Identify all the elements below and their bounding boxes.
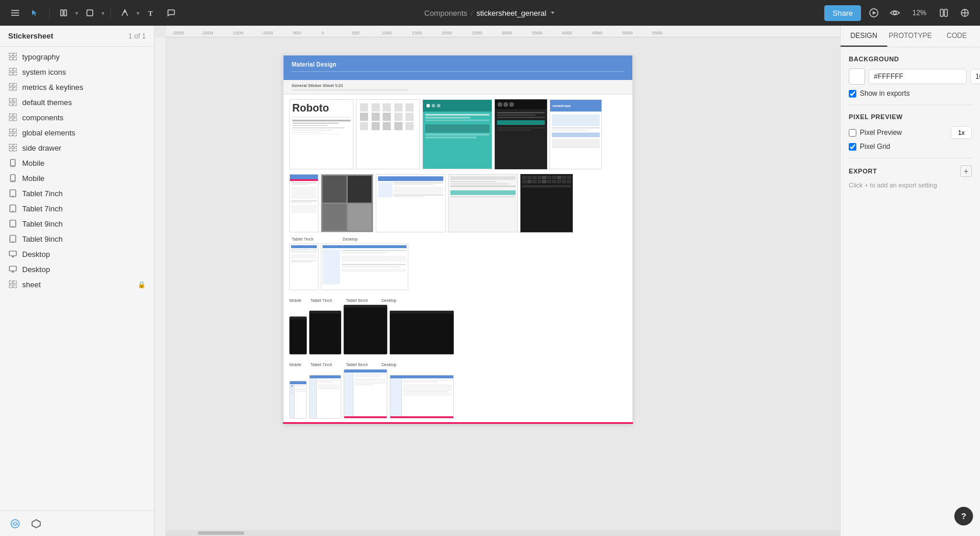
lock-icon: 🔒 — [138, 281, 146, 288]
plugins-icon[interactable] — [29, 517, 43, 531]
layer-item-typography[interactable]: typography — [0, 49, 154, 64]
layer-item-metrics-keylines[interactable]: metrics & keylines — [0, 79, 154, 95]
library-icon[interactable] — [936, 5, 952, 21]
toolbar-divider-1 — [49, 7, 50, 19]
breadcrumb-chevron[interactable] — [550, 10, 556, 16]
svg-rect-38 — [13, 129, 16, 132]
tab-prototype[interactable]: PROTOTYPE — [887, 26, 934, 47]
text-tool-icon[interactable]: T — [143, 5, 159, 21]
community-icon[interactable] — [8, 517, 22, 531]
ruler-mark: -2500 — [172, 30, 184, 36]
layer-components-label: components — [22, 113, 146, 122]
breadcrumb-parent[interactable]: Components — [424, 9, 467, 18]
canvas-viewport[interactable]: Material Design General Sticker Sheet V.… — [166, 37, 840, 524]
layer-desktop-1-label: Desktop — [22, 250, 146, 259]
dark-tablet9 — [344, 305, 387, 354]
settings-icon[interactable] — [957, 5, 973, 21]
canvas-area[interactable]: -2500 -2000 -1500 -1000 -500 0 500 1000 … — [155, 26, 840, 536]
show-in-exports-checkbox[interactable] — [849, 90, 856, 98]
pixel-grid-checkbox[interactable] — [849, 143, 856, 151]
svg-rect-25 — [9, 83, 12, 86]
svg-rect-1 — [11, 12, 19, 13]
layer-item-mobile-1[interactable]: Mobile — [0, 155, 154, 170]
layer-tablet9-2-label: Tablet 9inch — [22, 235, 146, 243]
dark-mobile — [289, 316, 307, 354]
ruler-mark: 1000 — [382, 30, 392, 36]
ruler-mark: -1500 — [232, 30, 243, 36]
layer-item-mobile-2[interactable]: Mobile — [0, 170, 154, 186]
sheet-sub: General Sticker Sheet V.21 — [292, 83, 624, 88]
layer-mobile-1-label: Mobile — [22, 159, 146, 168]
ruler-mark: 500 — [352, 30, 359, 36]
left-panel-bottom — [0, 510, 154, 536]
thumb-desktop-landscape — [321, 243, 408, 290]
right-panel-content: BACKGROUND Show in exports PIXEL PREVIE — [841, 47, 980, 536]
layer-item-global-elements[interactable]: global elements — [0, 125, 154, 140]
svg-rect-24 — [13, 72, 16, 75]
layer-item-components[interactable]: components — [0, 110, 154, 125]
device-icon-tablet-1 — [8, 189, 18, 198]
component-icon-sheet — [8, 280, 18, 289]
menu-icon[interactable] — [7, 5, 23, 21]
background-heading: BACKGROUND — [849, 55, 972, 62]
bg-opacity-input[interactable] — [970, 69, 980, 84]
move-tool-icon[interactable] — [27, 5, 43, 21]
svg-rect-21 — [9, 68, 12, 71]
pixel-preview-checkbox[interactable] — [849, 129, 856, 137]
layer-item-sheet[interactable]: sheet 🔒 — [0, 277, 154, 292]
pen-tool-icon[interactable] — [117, 5, 133, 21]
svg-rect-27 — [9, 88, 12, 91]
share-button[interactable]: Share — [824, 5, 861, 21]
breadcrumb-current[interactable]: stickersheet_general — [477, 9, 547, 18]
layer-item-default-themes[interactable]: default themes — [0, 95, 154, 110]
ruler-mark: 2000 — [442, 30, 452, 36]
shape-tool-icon[interactable] — [82, 5, 98, 21]
ruler-mark: 1500 — [412, 30, 422, 36]
layer-desktop-2-label: Desktop — [22, 265, 146, 274]
device-icon-tablet9-2 — [8, 234, 18, 243]
scrollbar-thumb-horizontal[interactable] — [198, 531, 244, 535]
zoom-control[interactable]: 12% — [908, 8, 931, 18]
svg-rect-49 — [10, 190, 16, 197]
toolbar-tools: ▾ ▾ ▾ T — [7, 5, 179, 21]
tab-design[interactable]: DESIGN — [841, 26, 887, 47]
label-tablet7: Tablet 7inch — [310, 298, 342, 302]
layer-item-tablet-7inch-2[interactable]: Tablet 7inch — [0, 201, 154, 216]
thumb-typography: Roboto — [289, 99, 354, 169]
component-icon-2 — [8, 67, 18, 76]
bg-color-swatch[interactable] — [849, 68, 865, 85]
layer-item-tablet-9inch-1[interactable]: Tablet 9inch — [0, 216, 154, 231]
help-button[interactable]: ? — [954, 507, 973, 525]
layer-item-system-icons[interactable]: system icons — [0, 64, 154, 79]
thumb-landscape-1 — [376, 174, 446, 232]
bg-hex-input[interactable] — [869, 69, 967, 84]
frame-tool-icon[interactable] — [55, 5, 72, 21]
frame-tool-chevron[interactable]: ▾ — [75, 10, 78, 16]
device-icon-mobile-2 — [8, 173, 18, 183]
pen-tool-chevron[interactable]: ▾ — [136, 10, 139, 16]
svg-rect-36 — [13, 118, 16, 121]
component-icon-6 — [8, 128, 18, 137]
light-tablet7 — [309, 375, 341, 419]
layer-item-desktop-2[interactable]: Desktop — [0, 262, 154, 277]
device-icon-tablet9-1 — [8, 219, 18, 228]
ruler-mark: 5000 — [622, 30, 633, 36]
layer-item-tablet-7inch-1[interactable]: Tablet 7inch — [0, 186, 154, 201]
shape-tool-chevron[interactable]: ▾ — [102, 10, 104, 16]
layer-tablet7-1-label: Tablet 7inch — [22, 189, 146, 198]
scrollbar-bottom[interactable] — [166, 530, 840, 536]
dark-device-row — [284, 304, 632, 359]
tab-code[interactable]: CODE — [933, 26, 980, 47]
pixel-px-input[interactable] — [951, 126, 972, 139]
layer-item-desktop-1[interactable]: Desktop — [0, 246, 154, 262]
pixel-preview-row: Pixel Preview — [849, 126, 972, 139]
export-add-button[interactable]: + — [960, 165, 972, 177]
svg-rect-43 — [9, 148, 12, 151]
thumb-pink-mobile — [289, 174, 318, 232]
preview-icon[interactable] — [887, 5, 903, 21]
layer-item-tablet-9inch-2[interactable]: Tablet 9inch — [0, 231, 154, 246]
present-icon[interactable] — [866, 5, 882, 21]
label-desktop-2: Desktop — [382, 363, 428, 367]
layer-item-side-drawer[interactable]: side drawer — [0, 140, 154, 155]
comment-tool-icon[interactable] — [163, 5, 179, 21]
